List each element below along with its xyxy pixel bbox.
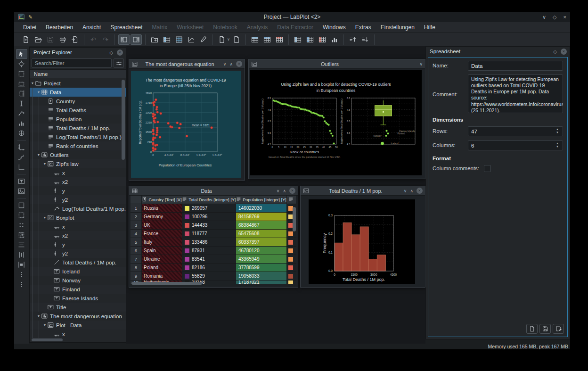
tree-item-faeroe-islands[interactable]: Faeroe Islands [30,294,126,303]
properties-header[interactable]: Spreadsheet ◇ × [426,47,570,56]
filter-options-button[interactable] [114,58,124,68]
cell-country[interactable]: Italy [142,238,182,246]
tree-item-total-deaths-1m-pop[interactable]: Total Deaths / 1M pop. [30,258,126,267]
cell-population[interactable]: 60337397 [236,238,287,246]
spinbox-arrows-icon[interactable]: ▲▼ [555,128,560,134]
cell-extra[interactable] [287,247,296,255]
cell-extra[interactable] [287,255,296,263]
outliers-plot[interactable]: Using Zipf's law and a boxplot for detec… [249,69,425,180]
close-subwindow-icon[interactable]: × [236,61,242,67]
cell-extra[interactable] [287,280,296,284]
minimize-subwindow-icon[interactable]: ∨ [419,62,423,66]
add-plot-area-dashed-icon[interactable] [16,210,27,220]
cell-country[interactable]: France [142,230,182,238]
expand-chevron-icon[interactable]: ▼ [42,323,48,327]
new-note-icon[interactable] [231,34,242,45]
tree-item-x[interactable]: x [30,222,126,231]
tree-item-outliers[interactable]: ▼Outliers [30,150,126,159]
open-project-icon[interactable] [33,34,44,45]
close-button[interactable]: × [564,14,566,20]
new-worksheet-icon[interactable] [186,34,197,45]
remove-columns-icon[interactable] [317,34,328,45]
float-dock-icon[interactable]: ◇ [109,50,113,55]
column-header-population-integer-y[interactable]: Population {Integer} [Y] [236,196,287,204]
add-xy-curve-icon[interactable] [16,108,27,118]
minimize-subwindow-icon[interactable]: ∨ [404,189,407,193]
cell-population[interactable]: 37788599 [236,264,287,272]
cell-total-deaths[interactable]: 82186 [182,264,236,272]
add-plot-area-icon[interactable] [16,200,27,210]
add-text-label-icon[interactable] [16,176,27,186]
print-icon[interactable] [57,34,68,45]
insert-row-above-icon[interactable] [249,34,261,45]
column-header-partial[interactable] [287,196,296,204]
expand-chevron-icon[interactable]: ▼ [42,162,48,165]
window-histogram[interactable]: Total Deaths / 1 M pop. ∨ ∧ × 0150030004… [300,186,425,288]
layout-box-icon[interactable] [16,230,27,240]
new-matrix-icon[interactable] [173,34,185,45]
window-data-titlebar[interactable]: Data ∨ ∧ × [129,186,298,196]
expand-chevron-icon[interactable]: ▼ [36,314,41,318]
name-field[interactable]: Data [468,61,563,71]
table-row-germany[interactable]: 2Germany10079684158769 [131,213,296,221]
window-titlebar[interactable]: ✎ Project — LabPlot <2> ∨ ◇ × [14,12,570,22]
expand-chevron-icon[interactable]: ▼ [36,91,41,94]
more-options-icon[interactable] [16,270,27,280]
menu-ansicht[interactable]: Ansicht [78,23,105,32]
cell-country[interactable]: Ukraine [142,255,182,263]
add-step-plot-icon[interactable] [16,152,27,162]
minimize-button[interactable]: ∨ [542,14,546,20]
table-row-poland[interactable]: 8Poland8218637788599 [131,264,296,272]
cell-country[interactable]: Germany [142,213,182,221]
menu-bearbeiten[interactable]: Bearbeiten [41,23,77,32]
dropdown-chevron-icon[interactable]: ∨ [227,37,230,41]
menu-hilfe[interactable]: Hilfe [420,23,440,32]
minimize-subwindow-icon[interactable]: ∨ [277,189,280,193]
tree-item-x[interactable]: x [30,168,126,177]
cell-country[interactable]: Russia [142,204,182,212]
table-row-russia[interactable]: 1Russia269057146022030 [131,204,296,213]
extra-options-icon[interactable] [16,280,27,289]
tree-item-project[interactable]: ▼Project [30,79,126,88]
add-polar-plot-icon[interactable] [16,128,27,138]
tree-horizontal-scrollbar[interactable] [32,338,63,341]
tree-item-x2[interactable]: x2 [30,177,126,186]
cell-population[interactable]: 146022030 [236,204,287,212]
add-cartesian-plot-icon[interactable] [16,162,27,172]
tree-item-country[interactable]: Country [30,97,126,106]
cell-total-deaths[interactable]: 133486 [182,238,236,246]
arrange-horizontal-icon[interactable] [16,240,27,250]
dangerous-equation-plot[interactable]: The most dangerous equation and COVID-19… [129,69,245,181]
table-vertical-scrollbar[interactable] [293,207,296,231]
navigate-icon[interactable] [16,49,27,59]
distribute-icon[interactable] [16,260,27,270]
table-horizontal-scrollbar[interactable] [131,282,202,285]
add-axis-icon[interactable] [16,142,27,152]
columns-spinbox[interactable]: 6 ▲▼ [468,140,563,150]
table-row-france[interactable]: 4France11877765475608 [131,230,296,238]
cell-country[interactable]: UK [142,221,182,229]
menu-einstellungen[interactable]: Einstellungen [376,23,419,32]
zoom-y-selection-icon[interactable] [16,89,27,99]
close-dock-icon[interactable]: × [561,49,567,55]
cell-population[interactable]: 17187021 [236,280,287,284]
close-subwindow-icon[interactable]: × [416,188,423,194]
cell-total-deaths[interactable]: 100796 [182,213,236,221]
tree-item-data[interactable]: ▼Data [30,88,126,97]
expand-chevron-icon[interactable]: ▼ [36,153,41,157]
spinbox-arrows-icon[interactable]: ▲▼ [555,142,560,148]
tree-item-y[interactable]: y [30,240,126,249]
tree-item-y[interactable]: y [30,186,126,195]
menu-spreadsheet[interactable]: Spreadsheet [106,23,147,32]
tree-item-total-deaths-1m-pop[interactable]: Total Deaths / 1M pop. [30,124,126,132]
tree-item-title[interactable]: Title [30,303,126,312]
window-histogram-titlebar[interactable]: Total Deaths / 1 M pop. ∨ ∧ × [301,186,425,196]
load-template-button[interactable] [526,324,538,334]
add-image-icon[interactable] [16,186,27,196]
select-region-icon[interactable] [16,69,27,79]
search-input[interactable]: Search/Filter [32,58,112,68]
export-icon[interactable] [69,34,81,45]
tree-item-the-most-dangerous-equation[interactable]: ▼The most dangerous equation [30,312,126,321]
maximize-subwindow-icon[interactable]: ∧ [283,189,286,193]
tree-item-boxplot[interactable]: ▼Boxplot [30,213,126,222]
